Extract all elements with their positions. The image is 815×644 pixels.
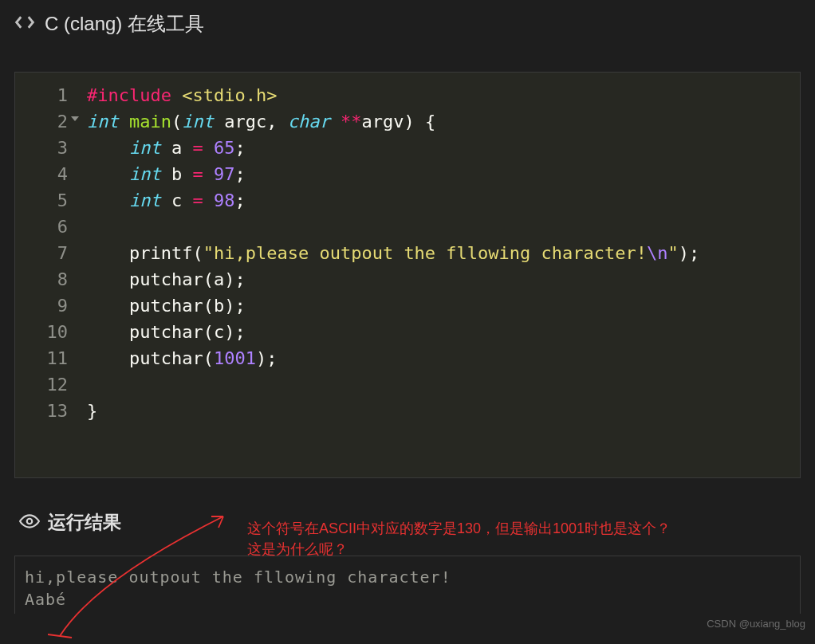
chevron-left-icon[interactable] <box>14 15 24 33</box>
code-editor[interactable]: 12345678910111213 #include <stdio.h>int … <box>14 72 801 478</box>
line-number: 9 <box>30 293 68 319</box>
output-line: Aabé <box>25 590 66 609</box>
line-number: 10 <box>30 319 68 345</box>
code-line[interactable] <box>87 371 699 398</box>
code-area[interactable]: #include <stdio.h>int main(int argc, cha… <box>79 82 699 424</box>
code-line[interactable]: putchar(1001); <box>87 345 699 371</box>
line-number: 6 <box>30 214 68 240</box>
code-line[interactable]: #include <stdio.h> <box>87 82 699 108</box>
line-number: 7 <box>30 240 68 266</box>
page-title: C (clang) 在线工具 <box>45 11 204 37</box>
eye-icon <box>19 511 40 535</box>
fold-marker-icon[interactable] <box>71 116 79 121</box>
line-number: 4 <box>30 161 68 187</box>
code-line[interactable]: } <box>87 398 699 424</box>
line-number: 1 <box>30 82 68 108</box>
annotation-line: 这个符号在ASCII中对应的数字是130，但是输出1001时也是这个？ <box>247 518 671 539</box>
nav-arrows <box>14 15 35 33</box>
line-number: 11 <box>30 345 68 371</box>
header-bar: C (clang) 在线工具 <box>0 0 815 48</box>
output-panel: hi,please outpout the fllowing character… <box>14 556 801 614</box>
code-line[interactable]: putchar(b); <box>87 293 699 319</box>
code-line[interactable]: printf("hi,please outpout the fllowing c… <box>87 240 699 266</box>
code-line[interactable]: putchar(a); <box>87 266 699 293</box>
annotation-line: 这是为什么呢？ <box>247 539 671 560</box>
annotation-text: 这个符号在ASCII中对应的数字是130，但是输出1001时也是这个？ 这是为什… <box>247 518 671 560</box>
code-line[interactable]: int b = 97; <box>87 161 699 187</box>
output-line: hi,please outpout the fllowing character… <box>25 567 451 587</box>
results-title: 运行结果 <box>48 510 121 535</box>
code-line[interactable]: int c = 98; <box>87 187 699 214</box>
svg-point-0 <box>27 518 33 524</box>
line-number: 3 <box>30 135 68 161</box>
code-line[interactable] <box>87 214 699 240</box>
line-number: 12 <box>30 371 68 398</box>
code-line[interactable]: putchar(c); <box>87 319 699 345</box>
chevron-right-icon[interactable] <box>26 15 35 33</box>
line-number: 13 <box>30 398 68 424</box>
code-line[interactable]: int main(int argc, char **argv) { <box>87 108 699 135</box>
line-number: 2 <box>30 108 68 135</box>
code-line[interactable]: int a = 65; <box>87 135 699 161</box>
line-gutter: 12345678910111213 <box>15 82 79 424</box>
watermark: CSDN @uxiang_blog <box>707 618 805 630</box>
line-number: 5 <box>30 187 68 214</box>
line-number: 8 <box>30 266 68 293</box>
